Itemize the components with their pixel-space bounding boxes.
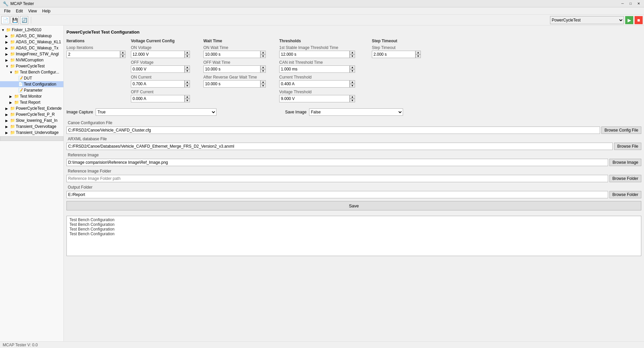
- tree-label: NVMCorruption: [16, 58, 44, 62]
- menu-view[interactable]: View: [26, 8, 40, 14]
- current-thresh-input[interactable]: [279, 80, 350, 88]
- on-wait-down[interactable]: ▼: [260, 54, 266, 58]
- off-wait-field: OFF Wait Time ▲ ▼: [203, 60, 274, 73]
- output-folder-input[interactable]: [66, 191, 608, 198]
- step-timeout-up[interactable]: ▲: [415, 51, 421, 54]
- sidebar-scrollbar-h[interactable]: [0, 136, 63, 141]
- sidebar-item[interactable]: ▶📁 PowerCycleTest_Extende: [0, 105, 63, 111]
- after-reverse-up[interactable]: ▲: [260, 80, 266, 84]
- off-voltage-input[interactable]: [131, 65, 185, 73]
- sidebar-item[interactable]: ▶📁 ADAS_DC_Wakeup_KL1: [0, 39, 63, 45]
- on-wait-label: ON Wait Time: [203, 45, 274, 50]
- tree-icon: 📁: [14, 94, 19, 99]
- canoe-config-input[interactable]: [66, 127, 600, 134]
- loop-iterations-up[interactable]: ▲: [120, 51, 126, 54]
- on-voltage-up[interactable]: ▲: [185, 51, 190, 54]
- menu-file[interactable]: File: [1, 8, 13, 14]
- sidebar-item[interactable]: ▶📁 Slow_lowering_Fast_In: [0, 117, 63, 123]
- loop-iterations-input[interactable]: [66, 51, 120, 58]
- stop-button[interactable]: ■: [635, 16, 643, 24]
- sidebar-item[interactable]: ▶📁 Test Report: [0, 99, 63, 105]
- thresholds-header: Thresholds: [279, 39, 366, 43]
- on-wait-input[interactable]: [203, 51, 260, 58]
- voltage-thresh-input[interactable]: [279, 95, 350, 102]
- browse-config-button[interactable]: Browse Config File: [601, 127, 641, 134]
- sidebar-item[interactable]: 📝 Parameter: [0, 87, 63, 93]
- on-voltage-down[interactable]: ▼: [185, 54, 190, 58]
- sidebar-item[interactable]: ▶📁 ADAS_DC_Wakeup: [0, 33, 63, 39]
- run-button[interactable]: ▶: [625, 16, 633, 24]
- voltage-thresh-down[interactable]: ▼: [350, 99, 355, 102]
- on-current-input[interactable]: [131, 80, 185, 88]
- stable-image-input[interactable]: [279, 51, 350, 58]
- off-wait-input[interactable]: [203, 65, 260, 73]
- sidebar-item[interactable]: ▼📁 Test Bench Configur...: [0, 69, 63, 75]
- off-wait-down[interactable]: ▼: [260, 69, 266, 73]
- sidebar-item[interactable]: ▶📁 Test Monitor: [0, 93, 63, 99]
- on-voltage-input[interactable]: [131, 51, 185, 58]
- off-voltage-up[interactable]: ▲: [185, 65, 190, 69]
- browse-folder-button-2[interactable]: Browse Folder: [609, 191, 641, 198]
- sidebar-item[interactable]: 📄 Test Configuration: [0, 81, 63, 87]
- menu-help[interactable]: Help: [40, 8, 53, 14]
- on-current-down[interactable]: ▼: [185, 84, 190, 88]
- ref-image-label: Reference Image: [66, 152, 641, 158]
- ref-image-folder-input[interactable]: [66, 175, 608, 182]
- iterations-header: Iterations: [66, 39, 126, 43]
- output-folder-input-row: Browse Folder: [66, 191, 641, 198]
- browse-file-button[interactable]: Browse File: [614, 143, 641, 150]
- sidebar-item[interactable]: ▶📁 ADAS_DC_Wakeup_Tx: [0, 45, 63, 51]
- image-capture-select[interactable]: True False: [96, 108, 216, 116]
- close-button[interactable]: ✕: [636, 1, 641, 6]
- save-button[interactable]: Save: [66, 201, 641, 210]
- step-timeout-label: Step Timeout: [372, 45, 432, 50]
- current-thresh-down[interactable]: ▼: [350, 84, 355, 88]
- toolbar-refresh-button[interactable]: 🔄: [20, 16, 28, 24]
- loop-iterations-down[interactable]: ▼: [120, 54, 126, 58]
- arxml-input[interactable]: [66, 143, 613, 150]
- step-timeout-down[interactable]: ▼: [415, 54, 421, 58]
- stable-image-up[interactable]: ▲: [350, 51, 355, 54]
- off-current-down[interactable]: ▼: [185, 99, 190, 102]
- maximize-button[interactable]: □: [628, 1, 633, 6]
- step-timeout-input[interactable]: [372, 51, 415, 58]
- minimize-button[interactable]: ─: [620, 1, 625, 6]
- off-voltage-down[interactable]: ▼: [185, 69, 190, 73]
- sidebar-item[interactable]: ▶📁 Transient_Overvoltage: [0, 123, 63, 130]
- on-wait-up[interactable]: ▲: [260, 51, 266, 54]
- ref-image-input[interactable]: [66, 159, 608, 166]
- can-init-up[interactable]: ▲: [350, 65, 355, 69]
- toolbar-new-button[interactable]: 📄: [1, 16, 9, 24]
- off-wait-up[interactable]: ▲: [260, 65, 266, 69]
- tree-label: ImageFreez_STW_Angl: [16, 52, 59, 56]
- sidebar-item[interactable]: 📝 DUT: [0, 75, 63, 81]
- current-thresh-up[interactable]: ▲: [350, 80, 355, 84]
- browse-image-button[interactable]: Browse Image: [609, 159, 641, 166]
- off-current-input[interactable]: [131, 95, 185, 102]
- on-voltage-spinner: ▲ ▼: [185, 51, 190, 58]
- menu-edit[interactable]: Edit: [13, 8, 26, 14]
- sidebar-item[interactable]: ▶📁 Transient_Undervoltage: [0, 130, 63, 136]
- after-reverse-input[interactable]: [203, 80, 260, 88]
- sidebar-item[interactable]: ▶📁 ImageFreez_STW_Angl: [0, 51, 63, 57]
- voltage-thresh-up[interactable]: ▲: [350, 95, 355, 99]
- sidebar-item[interactable]: ▶📁 PowerCycleTest_P_R: [0, 111, 63, 117]
- sidebar-item[interactable]: ▼📁 PowerCycleTest: [0, 63, 63, 69]
- sidebar-item[interactable]: ▶📁 NVMCorruption: [0, 57, 63, 63]
- after-reverse-down[interactable]: ▼: [260, 84, 266, 88]
- stable-image-down[interactable]: ▼: [350, 54, 355, 58]
- on-current-up[interactable]: ▲: [185, 80, 190, 84]
- browse-folder-button-1[interactable]: Browse Folder: [609, 175, 641, 182]
- tree-icon: 📁: [10, 40, 15, 44]
- on-voltage-input-row: ▲ ▼: [131, 51, 198, 58]
- tree-label: PowerCycleTest_P_R: [16, 112, 55, 117]
- can-init-down[interactable]: ▼: [350, 69, 355, 73]
- sidebar-item[interactable]: ▼📁 Fisker_L2H5010: [0, 27, 63, 33]
- off-current-up[interactable]: ▲: [185, 95, 190, 99]
- canoe-config-row: Canoe Configuration File Browse Config F…: [66, 120, 641, 134]
- toolbar-save-button[interactable]: 💾: [11, 16, 19, 24]
- save-image-select[interactable]: False True: [309, 108, 403, 116]
- can-init-input[interactable]: [279, 65, 350, 73]
- on-voltage-field: ON Voltage ▲ ▼: [131, 45, 198, 58]
- run-select[interactable]: PowerCycleTest: [550, 16, 624, 24]
